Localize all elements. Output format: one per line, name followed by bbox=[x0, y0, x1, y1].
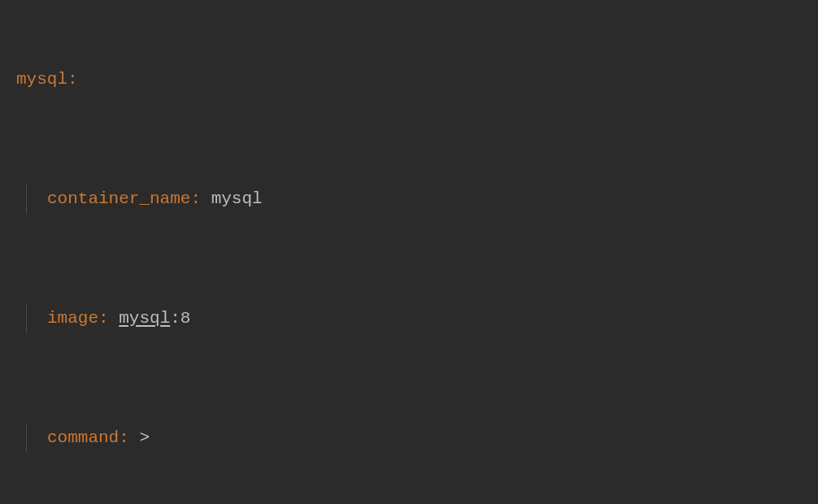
yaml-fold-indicator: > bbox=[139, 428, 150, 447]
yaml-colon: : bbox=[67, 70, 78, 89]
yaml-colon: : bbox=[98, 309, 109, 328]
yaml-key: mysql bbox=[16, 70, 67, 89]
yaml-key: image bbox=[47, 309, 98, 328]
yaml-value: mysql bbox=[211, 189, 263, 208]
code-line: image: mysql:8 bbox=[8, 304, 808, 334]
yaml-value: :8 bbox=[170, 309, 190, 328]
yaml-colon: : bbox=[119, 428, 129, 447]
code-editor[interactable]: mysql: container_name: mysql image: mysq… bbox=[0, 0, 818, 504]
yaml-value-link[interactable]: mysql bbox=[119, 309, 170, 328]
yaml-colon: : bbox=[190, 189, 201, 208]
code-line: command: > bbox=[8, 424, 808, 454]
yaml-key: container_name bbox=[47, 189, 190, 208]
code-line: container_name: mysql bbox=[8, 185, 808, 215]
yaml-key: command bbox=[47, 428, 119, 447]
code-line: mysql: bbox=[8, 65, 808, 95]
